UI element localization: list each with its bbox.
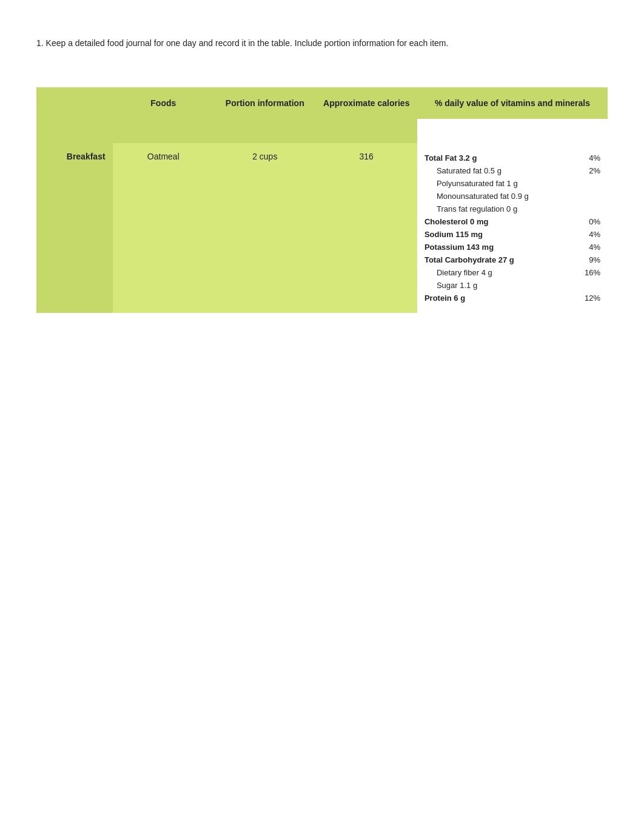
- nutrient-row: Cholesterol 0 mg0%: [424, 215, 600, 228]
- nutrient-pct: 2%: [576, 166, 600, 175]
- header-portion: Portion information: [214, 87, 315, 119]
- nutrient-row: Trans fat regulation 0 g: [424, 203, 600, 215]
- food-cell: Oatmeal: [113, 143, 214, 313]
- nutrient-row: Protein 6 g12%: [424, 292, 600, 304]
- nutrient-row: Potassium 143 mg4%: [424, 241, 600, 253]
- nutrient-name: Dietary fiber 4 g: [437, 268, 576, 277]
- nutrient-name: Saturated fat 0.5 g: [437, 166, 576, 175]
- nutrient-row: Saturated fat 0.5 g2%: [424, 164, 600, 177]
- nutrient-row: Sodium 115 mg4%: [424, 228, 600, 241]
- nutrient-name: Protein 6 g: [424, 293, 576, 303]
- nutrient-name: Cholesterol 0 mg: [424, 217, 576, 226]
- nutrient-row: Polyunsaturated fat 1 g: [424, 177, 600, 190]
- nutrient-name: Sodium 115 mg: [424, 230, 576, 239]
- nutrient-pct: 9%: [576, 255, 600, 264]
- nutrient-pct: 16%: [576, 268, 600, 277]
- header-foods: Foods: [113, 87, 214, 119]
- nutrient-row: Monounsaturated fat 0.9 g: [424, 190, 600, 203]
- nutrient-row: Total Carbohydrate 27 g9%: [424, 253, 600, 266]
- vitamins-cell: Total Fat 3.2 g4%Saturated fat 0.5 g2%Po…: [417, 143, 608, 313]
- nutrient-name: Total Carbohydrate 27 g: [424, 255, 576, 264]
- nutrient-name: Sugar 1.1 g: [437, 281, 600, 290]
- nutrient-name: Potassium 143 mg: [424, 243, 576, 252]
- calories-cell: 316: [316, 143, 417, 313]
- nutrient-name: Monounsaturated fat 0.9 g: [437, 192, 600, 201]
- nutrient-pct: 4%: [576, 230, 600, 239]
- header-meal: [36, 87, 113, 119]
- nutrient-row: Dietary fiber 4 g16%: [424, 266, 600, 279]
- nutrient-pct: 4%: [576, 243, 600, 252]
- nutrient-name: Trans fat regulation 0 g: [437, 204, 600, 213]
- nutrient-row: Sugar 1.1 g: [424, 279, 600, 292]
- header-calories: Approximate calories: [316, 87, 417, 119]
- meal-cell: Breakfast: [36, 143, 113, 313]
- intro-text: 1. Keep a detailed food journal for one …: [36, 36, 534, 51]
- header-vitamins: % daily value of vitamins and minerals: [417, 87, 608, 119]
- nutrient-pct: 0%: [576, 217, 600, 226]
- nutrient-row: Total Fat 3.2 g4%: [424, 152, 600, 164]
- nutrient-pct: 12%: [576, 293, 600, 303]
- nutrient-name: Polyunsaturated fat 1 g: [437, 179, 600, 188]
- nutrient-name: Total Fat 3.2 g: [424, 153, 576, 163]
- food-table: Foods Portion information Approximate ca…: [36, 87, 608, 313]
- portion-cell: 2 cups: [214, 143, 315, 313]
- nutrient-pct: 4%: [576, 153, 600, 163]
